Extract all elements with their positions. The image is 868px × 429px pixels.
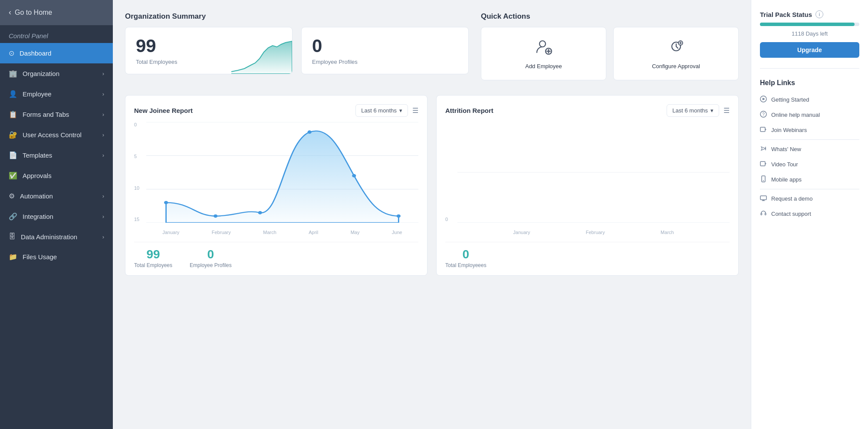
configure-approval-label: Configure Approval <box>652 63 700 69</box>
whats-new-label: Whats' New <box>771 146 801 152</box>
main-content: Organization Summary 99 Total Employees <box>113 0 751 429</box>
join-webinars-label: Join Webinars <box>771 127 807 133</box>
dashboard-label: Dashboard <box>20 50 51 57</box>
new-joinee-profiles-stat: 0 Employee Profiles <box>190 248 232 268</box>
new-joinee-chart <box>146 122 418 223</box>
nav-item-left-integration: 🔗 Integration <box>9 212 53 221</box>
add-employee-card[interactable]: Add Employee <box>481 27 606 80</box>
trial-progress-bar-bg <box>760 23 859 26</box>
quick-actions-cards: Add Employee Configure Approval <box>481 27 739 80</box>
help-link-contact-support[interactable]: Contact support <box>760 206 859 221</box>
getting-started-label: Getting Started <box>771 96 809 103</box>
new-joinee-filter-button[interactable]: Last 6 months ▾ <box>355 104 408 117</box>
divider-before-request-demo <box>760 189 859 189</box>
svg-point-15 <box>308 131 312 134</box>
svg-point-17 <box>397 214 401 218</box>
reports-row: New Joinee Report Last 6 months ▾ ☰ 1510… <box>125 95 739 276</box>
new-joinee-total-employees-stat: 99 Total Employees <box>134 248 172 268</box>
go-to-home-button[interactable]: ‹ Go to Home <box>0 0 113 25</box>
help-link-request-demo[interactable]: Request a demo <box>760 191 859 206</box>
help-link-whats-new[interactable]: Whats' New <box>760 142 859 157</box>
sidebar-item-automation[interactable]: ⚙ Automation › <box>0 186 113 206</box>
attrition-total-employees-stat: 0 Total Employeees <box>445 248 487 268</box>
request-demo-label: Request a demo <box>771 195 812 202</box>
attrition-report-footer: 0 Total Employeees <box>445 242 730 268</box>
help-link-online-help-manual[interactable]: ? Online help manual <box>760 107 859 122</box>
svg-rect-30 <box>762 176 765 182</box>
templates-chevron: › <box>102 152 104 158</box>
sidebar-item-approvals[interactable]: ✅ Approvals <box>0 165 113 186</box>
organization-label: Organization <box>23 70 59 77</box>
new-joinee-chart-area: 151050 <box>134 122 418 235</box>
help-link-video-tour[interactable]: Video Tour <box>760 157 859 172</box>
sidebar-item-files-usage[interactable]: 📁 Files Usage <box>0 247 113 267</box>
chevron-left-icon: ‹ <box>9 8 11 17</box>
integration-label: Integration <box>23 213 53 220</box>
sidebar-item-templates[interactable]: 📄 Templates › <box>0 145 113 165</box>
quick-actions-title: Quick Actions <box>481 12 739 21</box>
join-webinars-icon <box>760 126 767 134</box>
svg-rect-35 <box>761 213 762 215</box>
sidebar-item-organization[interactable]: 🏢 Organization › <box>0 63 113 84</box>
attrition-report-title: Attrition Report <box>445 107 493 114</box>
nav-item-left-templates: 📄 Templates <box>9 151 52 159</box>
help-link-mobile-apps[interactable]: Mobile apps <box>760 172 859 187</box>
svg-point-13 <box>214 214 217 218</box>
employee-profiles-label: Employee Profiles <box>312 59 458 65</box>
integration-chevron: › <box>102 213 104 220</box>
new-joinee-menu-icon[interactable]: ☰ <box>412 106 418 115</box>
total-employees-card: 99 Total Employees <box>125 27 293 74</box>
nav-item-left-approvals: ✅ Approvals <box>9 172 52 180</box>
nav-item-left-files-usage: 📁 Files Usage <box>9 253 57 261</box>
upgrade-button[interactable]: Upgrade <box>760 42 859 58</box>
approvals-label: Approvals <box>23 172 52 179</box>
mobile-apps-icon <box>760 175 767 184</box>
new-joinee-x-axis: JanuaryFebruaryMarchAprilMayJune <box>146 230 418 235</box>
attrition-total-label: Total Employeees <box>445 262 487 268</box>
automation-icon: ⚙ <box>9 192 15 200</box>
dashboard-icon: ⊙ <box>9 49 14 57</box>
attrition-report-header: Attrition Report Last 6 months ▾ ☰ <box>445 104 730 117</box>
trial-progress-bar-fill <box>760 23 855 26</box>
approvals-icon: ✅ <box>9 172 17 180</box>
divider-1 <box>760 68 859 69</box>
employee-chevron: › <box>102 91 104 97</box>
attrition-filter-button[interactable]: Last 6 months ▾ <box>667 104 719 117</box>
new-joinee-total-number: 99 <box>146 248 160 261</box>
employee-label: Employee <box>23 90 52 98</box>
svg-rect-28 <box>760 162 765 166</box>
help-links-title: Help Links <box>760 79 859 87</box>
attrition-chart <box>457 122 730 223</box>
org-summary-title: Organization Summary <box>125 12 469 21</box>
forms-and-tabs-chevron: › <box>102 111 104 118</box>
sidebar-item-data-administration[interactable]: 🗄 Data Administration › <box>0 227 113 247</box>
add-employee-label: Add Employee <box>525 63 562 69</box>
svg-marker-25 <box>765 129 766 130</box>
new-joinee-report-title: New Joinee Report <box>134 107 193 114</box>
sidebar-item-user-access-control[interactable]: 🔐 User Access Control › <box>0 125 113 145</box>
svg-point-16 <box>352 174 356 178</box>
getting-started-icon <box>760 96 767 104</box>
attrition-menu-icon[interactable]: ☰ <box>723 106 730 115</box>
files-usage-label: Files Usage <box>23 253 57 261</box>
sidebar-item-integration[interactable]: 🔗 Integration › <box>0 206 113 227</box>
configure-approval-card[interactable]: Configure Approval <box>613 27 739 80</box>
configure-approval-icon <box>667 38 685 59</box>
new-joinee-report-header: New Joinee Report Last 6 months ▾ ☰ <box>134 104 418 117</box>
nav-item-left-dashboard: ⊙ Dashboard <box>9 49 51 57</box>
svg-marker-26 <box>761 147 766 150</box>
sidebar: ‹ Go to Home Control Panel ⊙ Dashboard 🏢… <box>0 0 113 429</box>
nav-item-left-forms-and-tabs: 📋 Forms and Tabs <box>9 110 69 119</box>
sidebar-item-forms-and-tabs[interactable]: 📋 Forms and Tabs › <box>0 104 113 125</box>
nav-item-left-automation: ⚙ Automation <box>9 192 53 200</box>
organization-icon: 🏢 <box>9 69 17 78</box>
sidebar-item-dashboard[interactable]: ⊙ Dashboard <box>0 43 113 63</box>
automation-chevron: › <box>102 193 104 199</box>
help-link-join-webinars[interactable]: Join Webinars <box>760 122 859 138</box>
attrition-report-card: Attrition Report Last 6 months ▾ ☰ 0 <box>436 95 739 276</box>
user-access-control-icon: 🔐 <box>9 131 17 139</box>
help-links-section: Help Links Getting Started ? Online help… <box>760 79 859 221</box>
sidebar-item-employee[interactable]: 👤 Employee › <box>0 84 113 104</box>
trial-pack-section: Trial Pack Status i 1118 Days left Upgra… <box>760 10 859 58</box>
help-link-getting-started[interactable]: Getting Started <box>760 92 859 107</box>
